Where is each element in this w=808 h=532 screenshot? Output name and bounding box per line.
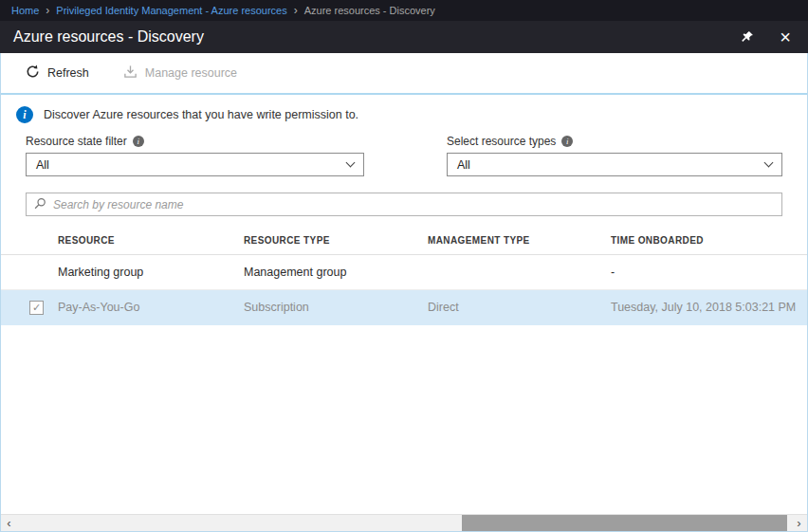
info-message: Discover Azure resources that you have w… xyxy=(44,108,358,121)
search-box[interactable] xyxy=(26,193,782,216)
resource-types-dropdown-value: All xyxy=(457,158,470,172)
cell-resource-type: Subscription xyxy=(244,301,428,314)
breadcrumb: Home › Privileged Identity Management - … xyxy=(0,0,808,21)
cell-resource: Pay-As-You-Go xyxy=(58,301,244,314)
col-resource: RESOURCE xyxy=(58,235,244,246)
info-icon: i xyxy=(561,136,573,147)
toolbar: Refresh Manage resource xyxy=(1,53,807,95)
info-icon: i xyxy=(133,136,144,147)
cell-time-onboarded: - xyxy=(611,266,807,279)
close-icon[interactable]: × xyxy=(776,28,795,46)
scrollbar-track[interactable] xyxy=(17,515,791,531)
table-row[interactable]: ✓ Pay-As-You-Go Subscription Direct Tues… xyxy=(1,290,807,325)
manage-resource-label: Manage resource xyxy=(145,66,237,80)
scroll-right-icon[interactable]: › xyxy=(791,515,807,531)
chevron-down-icon xyxy=(346,158,356,168)
breadcrumb-pim-azure-resources[interactable]: Privileged Identity Management - Azure r… xyxy=(56,5,286,16)
breadcrumb-separator-icon: › xyxy=(294,4,298,17)
search-row xyxy=(1,193,807,216)
breadcrumb-separator-icon: › xyxy=(46,4,49,17)
cell-resource: Marketing group xyxy=(58,266,244,279)
title-actions: × xyxy=(738,28,795,46)
cell-management-type: Direct xyxy=(428,301,611,314)
resource-state-dropdown-value: All xyxy=(36,158,49,172)
resource-types-dropdown[interactable]: All xyxy=(447,153,782,176)
cell-resource-type: Management group xyxy=(244,266,428,279)
content-spacer xyxy=(1,325,807,514)
refresh-label: Refresh xyxy=(47,66,89,80)
refresh-button[interactable]: Refresh xyxy=(26,64,89,82)
page-title: Azure resources - Discovery xyxy=(13,28,204,46)
resources-table: RESOURCE RESOURCE TYPE MANAGEMENT TYPE T… xyxy=(1,227,807,325)
blade-content: Refresh Manage resource i Discover Azure… xyxy=(0,53,808,532)
row-checkbox[interactable]: ✓ xyxy=(29,301,44,315)
resource-state-filter-label: Resource state filter i xyxy=(26,135,364,148)
horizontal-scrollbar: ‹ › xyxy=(1,514,807,531)
info-icon: i xyxy=(16,106,33,123)
resource-types-filter-label: Select resource types i xyxy=(447,135,782,148)
scroll-left-icon[interactable]: ‹ xyxy=(1,515,17,531)
resource-types-filter: Select resource types i All xyxy=(447,135,782,176)
resource-state-filter-label-text: Resource state filter xyxy=(26,135,127,148)
info-message-row: i Discover Azure resources that you have… xyxy=(1,95,807,123)
table-header: RESOURCE RESOURCE TYPE MANAGEMENT TYPE T… xyxy=(1,227,807,255)
search-icon xyxy=(34,196,46,213)
cell-time-onboarded: Tuesday, July 10, 2018 5:03:21 PM xyxy=(611,301,807,314)
azure-portal-blade: Home › Privileged Identity Management - … xyxy=(0,0,808,532)
filters-row: Resource state filter i All Select resou… xyxy=(1,135,807,176)
breadcrumb-home[interactable]: Home xyxy=(11,5,39,16)
title-bar: Azure resources - Discovery × xyxy=(0,21,808,53)
row-checkbox-cell: ✓ xyxy=(1,301,58,315)
col-management-type: MANAGEMENT TYPE xyxy=(428,235,611,246)
scrollbar-thumb[interactable] xyxy=(462,515,787,531)
refresh-icon xyxy=(26,64,40,82)
resource-types-filter-label-text: Select resource types xyxy=(447,135,556,148)
table-row[interactable]: Marketing group Management group - xyxy=(1,255,807,290)
breadcrumb-current: Azure resources - Discovery xyxy=(304,5,435,16)
col-time-onboarded: TIME ONBOARDED xyxy=(611,235,807,246)
resource-state-filter: Resource state filter i All xyxy=(26,135,364,176)
manage-resource-icon xyxy=(123,64,138,82)
col-resource-type: RESOURCE TYPE xyxy=(244,235,428,246)
chevron-down-icon xyxy=(764,158,774,168)
resource-state-dropdown[interactable]: All xyxy=(26,153,364,176)
search-input[interactable] xyxy=(53,198,774,211)
manage-resource-button[interactable]: Manage resource xyxy=(123,64,237,82)
pin-icon[interactable] xyxy=(738,28,757,46)
